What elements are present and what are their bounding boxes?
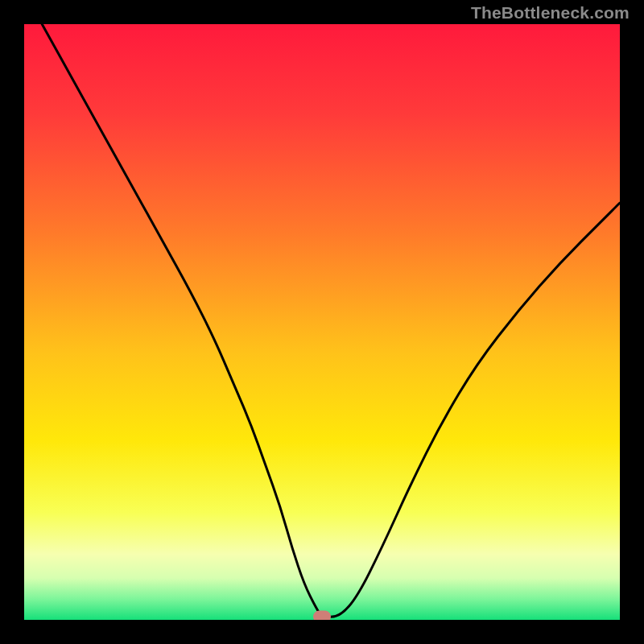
optimal-point-marker (313, 611, 331, 620)
plot-area (24, 24, 620, 620)
bottleneck-curve (24, 24, 620, 620)
attribution-text: TheBottleneck.com (471, 3, 630, 23)
chart-frame: TheBottleneck.com (0, 0, 644, 644)
